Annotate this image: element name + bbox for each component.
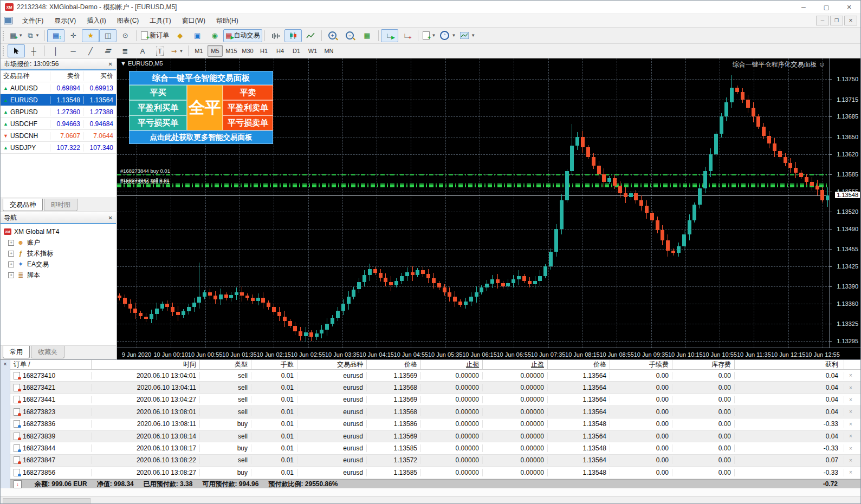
close-order-icon[interactable]: × (844, 433, 860, 439)
market-row-usdcnh[interactable]: ▼USDCNH7.06077.0644 (1, 130, 116, 142)
autotrade-button[interactable]: ▤▶自动交易 (223, 29, 262, 42)
child-restore-button[interactable]: ❐ (830, 16, 843, 25)
navigator-close-icon[interactable]: ✕ (108, 215, 113, 221)
ea-panel-footer-link[interactable]: 点击此处获取更多智能交易面板 (129, 130, 273, 144)
menu-item-4[interactable]: 工具(T) (144, 15, 176, 27)
close-profit-sell-button[interactable]: 平盈利卖单 (223, 100, 273, 115)
close-loss-buy-button[interactable]: 平亏损买单 (129, 115, 187, 130)
order-row-168273839[interactable]: 1682738392020.06.10 13:08:14sell0.01euru… (10, 430, 860, 442)
order-row-168273844[interactable]: 1682738442020.06.10 13:08:17buy0.01eurus… (10, 442, 860, 454)
new-chart-button[interactable]: ▦＋▼ (8, 29, 25, 42)
close-order-icon[interactable]: × (844, 409, 860, 415)
tree-item-2[interactable]: ＋✦EA交易 (1, 259, 116, 270)
toolbar-grip[interactable] (3, 46, 5, 56)
column-swap[interactable]: 库存费 (672, 360, 735, 369)
zoom-out-button[interactable]: − (341, 29, 359, 42)
column-symbol[interactable]: 交易品种 (1, 71, 50, 81)
timeframe-w1[interactable]: W1 (305, 45, 320, 57)
mql-terminal-button[interactable]: ▣ (189, 29, 206, 42)
market-row-eurusd[interactable]: ▲EURUSD1.135481.13564 (1, 94, 116, 106)
chart-shift-button[interactable]: ∟＋ (398, 29, 416, 42)
chart-window-icon[interactable] (4, 17, 12, 24)
chart-window[interactable]: #168273844 buy 0.01#168273847 sell 0.01#… (117, 58, 860, 359)
close-order-icon[interactable]: × (844, 421, 860, 427)
column-profit[interactable]: 获利 (735, 360, 844, 369)
profiles-button[interactable]: ⧉▼ (25, 29, 42, 42)
timeframe-m1[interactable]: M1 (191, 45, 206, 57)
time-axis[interactable]: 9 Jun 202010 Jun 00:1010 Jun 00:5510 Jun… (117, 348, 860, 359)
data-window-button[interactable]: ✛ (64, 29, 82, 42)
close-order-icon[interactable]: × (844, 457, 860, 463)
trendline-button[interactable]: ╱ (82, 44, 99, 57)
expand-icon[interactable]: ＋ (8, 261, 14, 267)
label-tool-button[interactable]: T (151, 44, 169, 57)
order-row-168273856[interactable]: 1682738562020.06.10 13:08:27buy0.01eurus… (10, 467, 860, 479)
menu-item-6[interactable]: 帮助(H) (211, 15, 244, 27)
expand-icon[interactable]: ＋ (8, 272, 14, 278)
tab-favorites[interactable]: 收藏夹 (31, 346, 64, 358)
column-ask[interactable]: 买价 (83, 71, 116, 81)
menu-item-5[interactable]: 窗口(W) (177, 15, 211, 27)
order-row-168273421[interactable]: 1682734212020.06.10 13:04:11sell0.01euru… (10, 382, 860, 394)
indicators-button[interactable]: ＋▼ (420, 29, 438, 42)
close-all-button[interactable]: 全平 (187, 85, 223, 130)
order-row-168273836[interactable]: 1682738362020.06.10 13:08:11buy0.01eurus… (10, 418, 860, 430)
scrollbar-thumb[interactable] (3, 498, 90, 504)
order-row-168273441[interactable]: 1682734412020.06.10 13:04:27sell0.01euru… (10, 394, 860, 406)
close-loss-sell-button[interactable]: 平亏损卖单 (223, 115, 273, 130)
expand-icon[interactable]: ＋ (8, 240, 14, 246)
tab-common[interactable]: 常用 (3, 346, 30, 358)
tab-tick-chart[interactable]: 即时图 (44, 199, 77, 211)
crosshair-button[interactable]: ┼ (25, 44, 42, 57)
candlestick-chart-button[interactable] (284, 29, 302, 42)
order-row-168273410[interactable]: 1682734102020.06.10 13:04:01sell0.01euru… (10, 370, 860, 382)
market-watch-toggle[interactable]: ▤↕ (47, 29, 64, 42)
shapes-button[interactable]: ⇝▼ (169, 44, 186, 57)
timeframe-h1[interactable]: H1 (256, 45, 271, 57)
tile-windows-button[interactable]: ▦ (359, 29, 376, 42)
column-open-price[interactable]: 价格 (367, 360, 421, 369)
templates-button[interactable]: ▼ (458, 29, 477, 42)
close-buy-button[interactable]: 平买 (129, 85, 187, 100)
close-sell-button[interactable]: 平卖 (223, 85, 273, 100)
close-order-icon[interactable]: × (844, 469, 860, 475)
cursor-button[interactable] (8, 44, 25, 57)
close-order-icon[interactable]: × (844, 446, 860, 451)
timeframe-m30[interactable]: M30 (240, 45, 255, 57)
column-symbol[interactable]: 交易品种 (297, 360, 367, 369)
tree-root[interactable]: XM XM Global MT4 (1, 226, 116, 237)
timeframe-m15[interactable]: M15 (224, 45, 239, 57)
tree-item-0[interactable]: ＋☻账户 (1, 237, 116, 248)
menu-item-2[interactable]: 插入(I) (81, 15, 111, 27)
terminal-close-icon[interactable]: × (4, 361, 7, 367)
order-row-168273823[interactable]: 1682738232020.06.10 13:08:01sell0.01euru… (10, 406, 860, 418)
new-order-button[interactable]: ＋新订单 (139, 29, 171, 42)
toolbar-grip[interactable] (3, 31, 5, 41)
column-stop-loss[interactable]: 止损 (421, 360, 483, 369)
tree-item-1[interactable]: ＋ƒ技术指标 (1, 248, 116, 259)
tree-item-3[interactable]: ＋≣脚本 (1, 270, 116, 280)
bar-chart-button[interactable] (267, 29, 284, 42)
column-type[interactable]: 类型 (200, 360, 251, 369)
child-minimize-button[interactable]: ─ (816, 16, 829, 25)
price-axis[interactable]: 1.137501.137151.136851.136501.136201.135… (829, 58, 860, 348)
market-row-gbpusd[interactable]: ▲GBPUSD1.273601.27388 (1, 106, 116, 118)
auto-scroll-button[interactable]: ∟▶ (381, 29, 398, 42)
market-row-usdjpy[interactable]: ▲USDJPY107.322107.340 (1, 142, 116, 154)
terminal-toggle[interactable]: ◫ (99, 29, 116, 42)
plot-area[interactable]: #168273844 buy 0.01#168273847 sell 0.01#… (117, 58, 830, 348)
timeframe-m5[interactable]: M5 (208, 45, 223, 57)
periods-button[interactable]: ▼ (438, 29, 458, 42)
tab-symbols[interactable]: 交易品种 (3, 199, 43, 211)
column-current-price[interactable]: 价格 (548, 360, 610, 369)
fibonacci-button[interactable]: ≣ (116, 44, 134, 57)
close-profit-buy-button[interactable]: 平盈利买单 (129, 100, 187, 115)
timeframe-d1[interactable]: D1 (289, 45, 304, 57)
close-button[interactable]: ✕ (838, 1, 860, 14)
menu-item-1[interactable]: 显示(V) (49, 15, 81, 27)
column-lots[interactable]: 手数 (251, 360, 297, 369)
channel-button[interactable]: 〓 (99, 44, 116, 57)
chart-symbol-label[interactable]: ▼ EURUSD,M5 (120, 60, 163, 67)
close-order-icon[interactable]: × (844, 397, 860, 403)
news-button[interactable]: ◉ (206, 29, 223, 42)
